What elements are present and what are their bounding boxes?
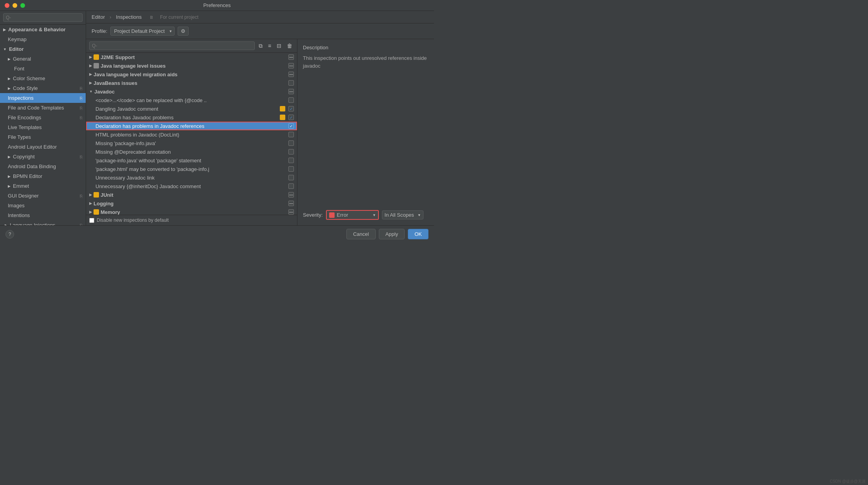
content-area: Editor › Inspections 🗎 For current proje…	[86, 11, 434, 225]
sidebar-item-file-code-templates[interactable]: File and Code Templates ⎘	[0, 103, 86, 113]
copy-icon: ⎘	[80, 154, 83, 159]
cancel-button[interactable]: Cancel	[346, 229, 375, 239]
sidebar-item-appearance[interactable]: ▶ Appearance & Behavior	[0, 25, 86, 34]
chevron-right-icon: ▶	[89, 55, 92, 59]
copy-icon: ⎘	[80, 223, 83, 226]
clear-button[interactable]: 🗑	[285, 42, 294, 50]
inspections-search-input[interactable]	[89, 41, 255, 50]
expand-all-button[interactable]: ≡	[267, 42, 273, 50]
insp-row-javabeans[interactable]: ▶ JavaBeans issues	[86, 79, 297, 87]
insp-checkbox-missing-deprecated[interactable]	[288, 149, 294, 154]
insp-row-code-replace[interactable]: <code>...</code> can be replaced with {@…	[86, 96, 297, 104]
scope-select[interactable]: In All Scopes Project Tests Non-Project	[382, 211, 423, 219]
project-icon: 🗎	[149, 15, 154, 20]
sidebar-item-android-data[interactable]: Android Data Binding	[0, 162, 86, 171]
chevron-right-icon: ▶	[3, 28, 6, 32]
insp-row-j2me[interactable]: ▶ J2ME Support —	[86, 53, 297, 61]
insp-checkbox-code-replace[interactable]	[288, 97, 294, 103]
insp-checkbox-html-problems[interactable]	[288, 132, 294, 137]
copy-icon: ⎘	[80, 96, 83, 101]
sidebar-item-android-layout[interactable]: Android Layout Editor	[0, 142, 86, 152]
insp-row-decl-refs[interactable]: Declaration has problems in Javadoc refe…	[86, 122, 297, 130]
description-panel: Description This inspection points out u…	[297, 39, 434, 225]
apply-button[interactable]: Apply	[379, 229, 405, 239]
main-layout: ▶ Appearance & Behavior Keymap ▼ Editor …	[0, 11, 434, 225]
sidebar-search-input[interactable]	[3, 13, 83, 22]
inspections-list[interactable]: ▶ J2ME Support — ▶ Java language level i…	[86, 53, 297, 215]
sidebar-item-intentions[interactable]: Intentions	[0, 210, 86, 220]
insp-row-memory[interactable]: ▶ Memory —	[86, 208, 297, 215]
sidebar-item-inspections[interactable]: Inspections ⎘	[0, 93, 86, 103]
severity-select-wrap: Error Warning Weak Warning Info	[326, 210, 379, 220]
chevron-down-icon: ▼	[89, 90, 93, 93]
collapse-all-button[interactable]: ⊟	[275, 42, 283, 50]
insp-checkbox-unnecessary-link[interactable]	[288, 175, 294, 180]
filter-button[interactable]: ⧉	[257, 42, 264, 50]
insp-checkbox-logging[interactable]: —	[288, 201, 294, 206]
insp-row-html-problems[interactable]: HTML problems in Javadoc (DocLint)	[86, 130, 297, 139]
insp-row-package-info-without[interactable]: 'package-info.java' without 'package' st…	[86, 156, 297, 165]
chevron-right-icon: ▶	[89, 64, 92, 68]
gear-button[interactable]: ⚙	[178, 27, 189, 36]
insp-checkbox-package-html[interactable]	[288, 166, 294, 172]
insp-row-unnecessary-inheritdoc[interactable]: Unnecessary {@inheritDoc} Javadoc commen…	[86, 182, 297, 190]
insp-row-package-html[interactable]: 'package.html' may be converted to 'pack…	[86, 165, 297, 173]
insp-checkbox-java-level[interactable]: —	[288, 63, 294, 68]
sidebar-item-images[interactable]: Images	[0, 201, 86, 210]
profile-row: Profile: Project Default Project ⚙	[86, 23, 434, 39]
sidebar-item-copyright[interactable]: ▶ Copyright ⎘	[0, 152, 86, 162]
insp-row-decl-problems[interactable]: Declaration has Javadoc problems ✓	[86, 113, 297, 122]
insp-checkbox-missing-package[interactable]	[288, 140, 294, 146]
insp-checkbox-dangling[interactable]: ✓	[288, 106, 294, 111]
maximize-button[interactable]	[20, 3, 25, 8]
chevron-right-icon: ▶	[8, 77, 11, 81]
breadcrumb-inspections[interactable]: Inspections	[116, 14, 142, 20]
sidebar-item-color-scheme[interactable]: ▶ Color Scheme	[0, 74, 86, 83]
chevron-right-icon: ▶	[8, 86, 11, 90]
disable-inspections-checkbox[interactable]	[89, 218, 94, 223]
sidebar-item-gui-designer[interactable]: GUI Designer ⎘	[0, 191, 86, 201]
sidebar-item-file-types[interactable]: File Types	[0, 132, 86, 142]
insp-checkbox-java-migration[interactable]: —	[288, 72, 294, 77]
profile-label: Profile:	[92, 28, 107, 34]
minimize-button[interactable]	[13, 3, 17, 8]
insp-row-logging[interactable]: ▶ Logging —	[86, 199, 297, 208]
insp-row-javadoc[interactable]: ▼ Javadoc —	[86, 87, 297, 96]
color-indicator	[280, 115, 285, 120]
help-button[interactable]: ?	[5, 230, 14, 239]
sidebar-item-language-injections[interactable]: ▶ Language Injections ⎘	[0, 220, 86, 225]
insp-checkbox-junit[interactable]: —	[288, 192, 294, 198]
breadcrumb-editor[interactable]: Editor	[92, 14, 105, 20]
insp-checkbox-javadoc[interactable]: —	[288, 89, 294, 94]
ok-button[interactable]: OK	[408, 229, 429, 239]
insp-checkbox-decl-problems[interactable]: ✓	[288, 115, 294, 120]
severity-select[interactable]: Error Warning Weak Warning Info	[336, 211, 378, 219]
sidebar-item-bpmn[interactable]: ▶ BPMN Editor	[0, 171, 86, 181]
sidebar-item-code-style[interactable]: ▶ Code Style ⎘	[0, 83, 86, 93]
insp-row-unnecessary-link[interactable]: Unnecessary Javadoc link	[86, 173, 297, 182]
profile-select-wrap: Project Default Project	[110, 27, 175, 36]
insp-checkbox-decl-refs[interactable]: ✓	[288, 123, 294, 129]
sidebar-item-file-encodings[interactable]: File Encodings ⎘	[0, 113, 86, 122]
close-button[interactable]	[5, 3, 9, 8]
insp-checkbox-unnecessary-inheritdoc[interactable]	[288, 183, 294, 189]
insp-checkbox-memory[interactable]: —	[288, 209, 294, 215]
insp-checkbox-javabeans[interactable]	[288, 80, 294, 86]
sidebar-item-general[interactable]: ▶ General	[0, 54, 86, 64]
sidebar-item-emmet[interactable]: ▶ Emmet	[0, 181, 86, 191]
insp-row-junit[interactable]: ▶ JUnit —	[86, 190, 297, 199]
insp-checkbox-package-info[interactable]	[288, 158, 294, 163]
insp-row-dangling[interactable]: Dangling Javadoc comment ✓	[86, 104, 297, 113]
insp-row-java-level[interactable]: ▶ Java language level issues —	[86, 61, 297, 70]
insp-checkbox-j2me[interactable]: —	[288, 54, 294, 60]
chevron-right-icon: ▶	[89, 210, 92, 214]
sidebar-item-editor[interactable]: ▼ Editor	[0, 44, 86, 54]
insp-row-java-migration[interactable]: ▶ Java language level migration aids —	[86, 70, 297, 79]
profile-select[interactable]: Project Default Project	[110, 27, 175, 36]
breadcrumb-separator: ›	[110, 14, 111, 20]
sidebar-item-keymap[interactable]: Keymap	[0, 34, 86, 44]
insp-row-missing-deprecated[interactable]: Missing @Deprecated annotation	[86, 147, 297, 156]
insp-row-missing-package[interactable]: Missing 'package-info.java'	[86, 139, 297, 147]
sidebar-item-live-templates[interactable]: Live Templates	[0, 122, 86, 132]
sidebar-item-font[interactable]: Font	[0, 64, 86, 74]
